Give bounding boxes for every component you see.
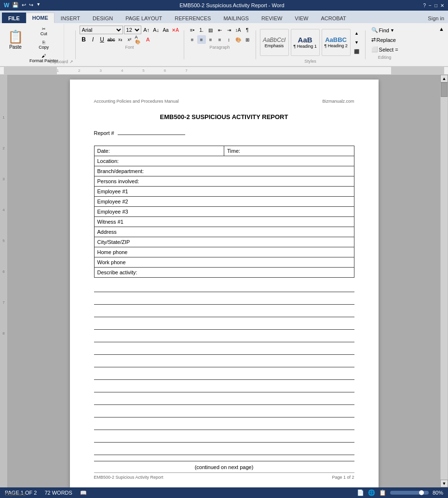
table-row: Employee #1	[94, 187, 354, 197]
proofread-icon[interactable]: 📖	[80, 490, 87, 496]
title-bar-left-icons: W 💾 ↩ ↪ ▼	[4, 2, 41, 9]
find-dropdown[interactable]: ▼	[390, 28, 394, 33]
paragraph-group: ≡• 1. ▤ ⇤ ⇥ ↕A ¶ ≡ ≡ ≡ ≡ ↕ 🎨 ⊞ Paragraph	[186, 24, 254, 65]
replace-label: Replace	[377, 37, 396, 43]
help-button[interactable]: ?	[423, 3, 426, 8]
justify-button[interactable]: ≡	[216, 35, 224, 44]
styles-scroll-down[interactable]: ▼	[353, 38, 361, 47]
tab-insert[interactable]: INSERT	[54, 13, 86, 23]
scroll-thumb[interactable]	[441, 82, 448, 97]
tab-page-layout[interactable]: PAGE LAYOUT	[119, 13, 168, 23]
scroll-down-button[interactable]: ▼	[440, 480, 448, 487]
undo-icon[interactable]: ↩	[22, 2, 26, 9]
tab-references[interactable]: REFERENCES	[168, 13, 217, 23]
date-cell: Date:	[94, 146, 224, 156]
continued-text: (continued on next page)	[94, 457, 354, 474]
minimize-button[interactable]: −	[429, 3, 432, 8]
describe-cell: Describe activity:	[94, 268, 354, 278]
multilevel-button[interactable]: ▤	[206, 26, 215, 34]
form-table: Date: Time: Location: Branch/department:…	[94, 146, 354, 278]
line-spacing-button[interactable]: ↕	[225, 35, 233, 44]
description-lines	[94, 282, 354, 455]
emp3-cell: Employee #3	[94, 207, 354, 217]
scroll-up-button[interactable]: ▲	[440, 75, 448, 82]
table-row: Describe activity:	[94, 268, 354, 278]
shading-button[interactable]: 🎨	[234, 35, 243, 44]
zoom-percent: 80%	[433, 490, 443, 496]
styles-scroll-up[interactable]: ▲	[353, 29, 361, 38]
copy-button[interactable]: ⎘ Copy	[27, 39, 61, 51]
clipboard-label: Clipboard	[5, 491, 26, 497]
superscript-button[interactable]: x²	[125, 35, 134, 44]
view-web-icon[interactable]: 🌐	[368, 489, 375, 496]
replace-icon: ⇄	[371, 37, 376, 43]
word-count: 72 WORDS	[44, 490, 72, 496]
align-center-button[interactable]: ≡	[197, 35, 206, 44]
text-highlight-button[interactable]: A🎨	[135, 35, 143, 44]
emphasis-preview: AaBbCcI	[263, 37, 285, 43]
city-cell: City/State/ZIP	[94, 237, 354, 247]
table-row: Employee #2	[94, 197, 354, 207]
tab-acrobat[interactable]: ACROBAT	[314, 13, 352, 23]
table-row: Work phone	[94, 257, 354, 268]
bullets-button[interactable]: ≡•	[188, 26, 197, 34]
close-button[interactable]: ✕	[440, 3, 444, 8]
italic-button[interactable]: I	[89, 35, 97, 44]
paste-button[interactable]: 📋 Paste	[5, 25, 26, 54]
font-name-select[interactable]: Arial	[80, 26, 123, 34]
view-print-icon[interactable]: 📄	[357, 489, 364, 496]
style-heading2[interactable]: AaBBC ¶ Heading 2	[322, 29, 351, 56]
desc-line-2	[94, 294, 354, 305]
show-para-button[interactable]: ¶	[243, 26, 252, 34]
replace-button[interactable]: ⇄ Replace	[369, 36, 400, 44]
table-row: Address	[94, 227, 354, 237]
sign-in-button[interactable]: Sign in	[424, 13, 448, 23]
borders-button[interactable]: ⊞	[243, 35, 252, 44]
style-emphasis[interactable]: AaBbCcI Emphasis	[260, 29, 289, 56]
ruler: 1234567	[0, 67, 448, 75]
strikethrough-button[interactable]: abc	[107, 35, 116, 44]
select-button[interactable]: ⬜ Select =	[369, 45, 400, 54]
font-size-select[interactable]: 12	[124, 26, 141, 34]
style-heading1[interactable]: AaB ¶ Heading 1	[291, 29, 320, 56]
tab-file[interactable]: FILE	[2, 13, 26, 23]
text-color-button[interactable]: A	[144, 35, 152, 44]
redo-icon[interactable]: ↪	[29, 2, 33, 9]
tab-mailings[interactable]: MAILINGS	[217, 13, 255, 23]
maximize-button[interactable]: □	[434, 3, 437, 8]
clear-format-button[interactable]: ✕A	[171, 26, 180, 34]
tab-home[interactable]: HOME	[26, 13, 54, 23]
witness1-cell: Witness #1	[94, 217, 354, 227]
tab-design[interactable]: DESIGN	[86, 13, 119, 23]
clipboard-group-label: Clipboard ↗	[50, 59, 73, 64]
tab-view[interactable]: VIEW	[288, 13, 314, 23]
styles-more[interactable]: ⬛	[353, 47, 361, 56]
styles-group: AaBbCcI Emphasis AaB ¶ Heading 1 AaBBC ¶…	[258, 24, 363, 65]
decrease-font-button[interactable]: A↓	[152, 26, 161, 34]
save-icon[interactable]: 💾	[12, 2, 19, 9]
find-button[interactable]: 🔍 Find ▼	[369, 26, 400, 34]
desc-line-9	[94, 382, 354, 392]
collapse-ribbon-button[interactable]: ▲	[437, 24, 446, 34]
align-left-button[interactable]: ≡	[188, 35, 197, 44]
underline-button[interactable]: U	[98, 35, 107, 44]
sort-button[interactable]: ↕A	[234, 26, 243, 34]
align-right-button[interactable]: ≡	[206, 35, 215, 44]
cut-button[interactable]: ✂ Cut	[27, 25, 61, 38]
footer-left: EMB500-2 Supicious Activity Report	[94, 475, 163, 480]
decrease-indent-button[interactable]: ⇤	[216, 26, 224, 34]
view-outline-icon[interactable]: 📋	[379, 489, 386, 496]
bold-button[interactable]: B	[80, 35, 88, 44]
change-case-button[interactable]: Aa	[162, 26, 170, 34]
increase-indent-button[interactable]: ⇥	[225, 26, 233, 34]
tab-review[interactable]: REVIEW	[255, 13, 288, 23]
desc-line-8	[94, 369, 354, 380]
subscript-button[interactable]: x₂	[116, 35, 125, 44]
increase-font-button[interactable]: A↑	[142, 26, 151, 34]
numbering-button[interactable]: 1.	[197, 26, 206, 34]
customize-icon[interactable]: ▼	[36, 2, 41, 9]
zoom-thumb[interactable]	[419, 490, 424, 495]
report-number-line[interactable]	[118, 135, 185, 135]
header-left: Accounting Policies and Procedures Manua…	[94, 99, 179, 104]
table-row: Home phone	[94, 247, 354, 257]
